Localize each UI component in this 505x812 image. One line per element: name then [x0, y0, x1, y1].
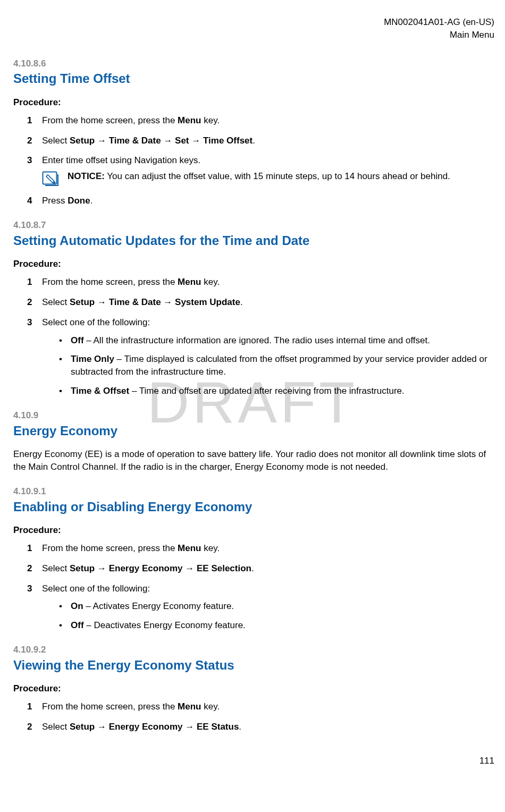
- option-item: Time & Offset – Time and offset are upda…: [56, 385, 494, 397]
- notice: NOTICE: You can adjust the offset value,…: [42, 170, 494, 187]
- notice-label: NOTICE:: [68, 171, 105, 181]
- option-item: Off – Deactivates Energy Economy feature…: [56, 619, 494, 632]
- step-number: 3: [27, 316, 32, 329]
- step-text: Select one of the following:: [42, 317, 150, 327]
- page-content: 4.10.8.6Setting Time OffsetProcedure:1Fr…: [13, 57, 494, 733]
- procedure-steps: 1From the home screen, press the Menu ke…: [13, 542, 494, 632]
- step-text-fragment: Select: [42, 563, 70, 573]
- step-text: Press Done.: [42, 196, 92, 206]
- procedure-step: 1From the home screen, press the Menu ke…: [27, 114, 494, 127]
- procedure-label: Procedure:: [13, 682, 494, 695]
- option-item: Time Only – Time displayed is calculated…: [56, 353, 494, 378]
- step-keyword: Setup: [70, 136, 95, 146]
- step-text-fragment: .: [252, 136, 255, 146]
- step-text-fragment: Enter time offset using Navigation keys.: [42, 155, 200, 165]
- option-description: – Time and offset are updated after rece…: [129, 386, 405, 396]
- section-number: 4.10.9: [13, 409, 494, 422]
- step-options: Off – All the infrastructure information…: [42, 334, 494, 397]
- step-text: From the home screen, press the Menu key…: [42, 701, 220, 712]
- procedure-step: 1From the home screen, press the Menu ke…: [27, 276, 494, 289]
- procedure-step: 1From the home screen, press the Menu ke…: [27, 542, 494, 555]
- procedure-step: 4Press Done.: [27, 194, 494, 207]
- step-text-fragment: From the home screen, press the: [42, 701, 178, 712]
- step-keyword: EE Selection: [197, 563, 251, 573]
- step-number: 3: [27, 582, 32, 595]
- step-text: From the home screen, press the Menu key…: [42, 115, 220, 125]
- option-name: Off: [71, 620, 84, 630]
- step-text-fragment: From the home screen, press the: [42, 115, 178, 125]
- procedure-steps: 1From the home screen, press the Menu ke…: [13, 276, 494, 397]
- step-text-fragment: →: [95, 563, 108, 573]
- section-number: 4.10.8.6: [13, 57, 494, 70]
- option-name: Time & Offset: [71, 386, 129, 396]
- step-text-fragment: →: [95, 297, 108, 307]
- step-keyword: Time & Date: [109, 136, 161, 146]
- procedure-label: Procedure:: [13, 258, 494, 270]
- step-text: Select Setup → Energy Economy → EE Selec…: [42, 563, 254, 573]
- option-description: – Activates Energy Economy feature.: [83, 601, 234, 611]
- step-text-fragment: key.: [201, 543, 220, 553]
- step-text-fragment: Select: [42, 136, 70, 146]
- procedure-step: 3Select one of the following:Off – All t…: [27, 316, 494, 397]
- step-number: 1: [27, 700, 32, 713]
- step-text-fragment: From the home screen, press the: [42, 277, 178, 287]
- step-text-fragment: key.: [201, 115, 220, 125]
- step-text-fragment: .: [251, 563, 254, 573]
- step-text-fragment: →: [189, 136, 203, 146]
- step-number: 1: [27, 542, 32, 555]
- step-text-fragment: .: [239, 722, 241, 732]
- step-options: On – Activates Energy Economy feature.Of…: [42, 600, 494, 632]
- section-title: Setting Time Offset: [13, 70, 494, 88]
- section-title: Enabling or Disabling Energy Economy: [13, 498, 494, 516]
- step-text-fragment: From the home screen, press the: [42, 543, 178, 553]
- section-body: Energy Economy (EE) is a mode of operati…: [13, 448, 494, 473]
- step-keyword: Energy Economy: [109, 722, 183, 732]
- option-item: On – Activates Energy Economy feature.: [56, 600, 494, 613]
- section-number: 4.10.9.1: [13, 485, 494, 498]
- step-keyword: Setup: [70, 722, 95, 732]
- option-item: Off – All the infrastructure information…: [56, 334, 494, 347]
- procedure-step: 3Select one of the following:On – Activa…: [27, 582, 494, 632]
- step-number: 1: [27, 276, 32, 289]
- step-number: 3: [27, 154, 32, 167]
- procedure-step: 1From the home screen, press the Menu ke…: [27, 700, 494, 713]
- section-number: 4.10.9.2: [13, 644, 494, 656]
- procedure-steps: 1From the home screen, press the Menu ke…: [13, 114, 494, 207]
- step-keyword: System Update: [175, 297, 240, 307]
- step-text: Select Setup → Time & Date → System Upda…: [42, 297, 243, 307]
- option-description: – All the infrastructure information are…: [84, 335, 430, 345]
- step-number: 1: [27, 114, 32, 127]
- step-text: Select Setup → Time & Date → Set → Time …: [42, 136, 255, 146]
- procedure-step: 2Select Setup → Energy Economy → EE Sele…: [27, 562, 494, 575]
- step-text: From the home screen, press the Menu key…: [42, 277, 220, 287]
- step-text-fragment: Select one of the following:: [42, 317, 150, 327]
- step-text-fragment: Select: [42, 297, 70, 307]
- step-text-fragment: Select one of the following:: [42, 583, 150, 594]
- option-description: – Deactivates Energy Economy feature.: [84, 620, 246, 630]
- procedure-step: 3Enter time offset using Navigation keys…: [27, 154, 494, 187]
- step-text: From the home screen, press the Menu key…: [42, 543, 220, 553]
- step-text-fragment: Press: [42, 196, 68, 206]
- step-keyword: EE Status: [197, 722, 239, 732]
- section-title: Energy Economy: [13, 422, 494, 440]
- page-header: MN002041A01-AG (en-US) Main Menu: [13, 16, 494, 41]
- page-number: 111: [13, 755, 494, 767]
- step-text-fragment: →: [95, 722, 108, 732]
- step-text: Select Setup → Energy Economy → EE Statu…: [42, 722, 241, 732]
- option-name: On: [71, 601, 83, 611]
- step-keyword: Menu: [178, 701, 201, 712]
- option-name: Off: [71, 335, 84, 345]
- step-keyword: Menu: [178, 115, 201, 125]
- step-keyword: Time & Date: [109, 297, 161, 307]
- notice-icon: [42, 171, 60, 187]
- step-text-fragment: .: [240, 297, 243, 307]
- step-text-fragment: Select: [42, 722, 70, 732]
- step-text-fragment: →: [161, 297, 175, 307]
- step-keyword: Menu: [178, 543, 201, 553]
- step-keyword: Setup: [70, 563, 95, 573]
- step-number: 2: [27, 134, 32, 147]
- step-text: Select one of the following:: [42, 583, 150, 594]
- step-text-fragment: key.: [201, 701, 220, 712]
- step-number: 2: [27, 721, 32, 733]
- procedure-label: Procedure:: [13, 96, 494, 109]
